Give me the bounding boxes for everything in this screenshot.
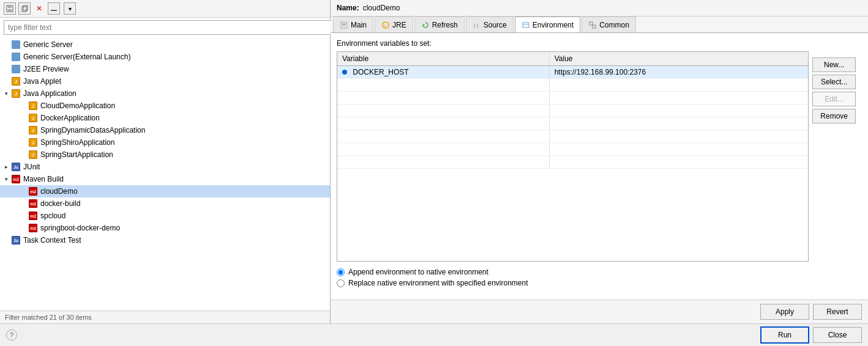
value-cell: https://192.168.99.100:2376 — [549, 66, 808, 79]
svg-rect-3 — [22, 7, 26, 12]
refresh-tab-icon — [421, 21, 430, 29]
tree-item-task-context-test[interactable]: Ju Task Context Test — [0, 234, 330, 246]
remove-button[interactable]: Remove — [812, 109, 856, 123]
env-dot-icon — [342, 70, 347, 75]
delete-button[interactable]: ✕ — [33, 2, 45, 15]
svg-rect-5 — [51, 10, 57, 11]
java-app-icon: J — [28, 150, 38, 160]
left-panel: ✕ ▾ Generic Server Generic Server(Extern… — [0, 0, 331, 323]
minimize-button[interactable] — [48, 2, 60, 15]
common-tab-icon — [588, 21, 597, 29]
tree-item-generic-server-ext[interactable]: Generic Server(External Launch) — [0, 51, 330, 63]
maven-icon: m2 — [11, 174, 21, 184]
copy-button[interactable] — [18, 2, 31, 15]
env-tab-icon — [522, 21, 530, 29]
revert-button[interactable]: Revert — [813, 304, 862, 320]
java-app-icon: J — [28, 101, 38, 111]
env-table-container: Variable Value DOCKER_HOST https://192.1… — [337, 51, 809, 262]
tree-item-spring-shiro[interactable]: J SpringShiroApplication — [0, 136, 330, 149]
tree-item-spring-start[interactable]: J SpringStartApplication — [0, 149, 330, 161]
maven-icon: m2 — [28, 186, 38, 196]
radio-append-option[interactable]: Append environment to native environment — [337, 268, 862, 276]
tab-common[interactable]: Common — [582, 17, 636, 32]
server-icon — [11, 52, 21, 62]
col-variable: Variable — [337, 52, 549, 66]
tree-item-cloud-demo[interactable]: m2 cloudDemo — [0, 185, 330, 197]
java-app-icon: J — [28, 125, 38, 135]
select-button[interactable]: Select... — [812, 75, 856, 89]
expand-arrow[interactable] — [2, 175, 10, 183]
java-app-icon: J — [11, 89, 21, 98]
save-button[interactable] — [4, 2, 16, 15]
help-icon[interactable]: ? — [6, 329, 17, 340]
server-icon — [11, 64, 21, 74]
table-row-empty-1[interactable] — [337, 79, 808, 92]
new-button[interactable]: New... — [812, 57, 856, 72]
svg-text:{ }: { } — [474, 23, 479, 28]
name-label: Name: — [337, 4, 359, 12]
applet-icon: J — [11, 76, 21, 86]
table-row-empty-4[interactable] — [337, 117, 808, 130]
tree-item-docker-build[interactable]: m2 docker-build — [0, 197, 330, 210]
tree-item-j2ee[interactable]: J2EE Preview — [0, 63, 330, 75]
table-row-empty-3[interactable] — [337, 105, 808, 117]
name-bar: Name: cloudDemo — [331, 0, 868, 17]
table-row-empty-7[interactable] — [337, 156, 808, 169]
expand-arrow[interactable] — [2, 90, 10, 97]
apply-button[interactable]: Apply — [760, 304, 809, 320]
tree-item-generic-server[interactable]: Generic Server — [0, 39, 330, 51]
env-section-label: Environment variables to set: — [337, 39, 862, 48]
window-bottom-bar: ? Run Close — [0, 323, 868, 346]
table-row-empty-6[interactable] — [337, 143, 808, 156]
junit-icon: Ju — [11, 235, 21, 245]
expand-arrow[interactable] — [2, 163, 10, 171]
tab-source[interactable]: { } Source — [466, 17, 514, 32]
radio-section: Append environment to native environment… — [337, 268, 862, 287]
tab-environment[interactable]: Environment — [515, 17, 580, 32]
tree-item-cloud-demo-app[interactable]: J CloudDemoApplication — [0, 100, 330, 112]
tab-refresh[interactable]: Refresh — [414, 17, 465, 32]
tree-item-maven-build[interactable]: m2 Maven Build — [0, 173, 330, 185]
radio-append-input[interactable] — [337, 268, 345, 276]
run-button[interactable]: Run — [760, 326, 809, 344]
tree-item-spring-dynamic[interactable]: J SpringDynamicDatasApplication — [0, 124, 330, 136]
environment-panel: Environment variables to set: Variable V… — [331, 33, 868, 300]
svg-rect-1 — [8, 9, 12, 12]
table-row[interactable]: DOCKER_HOST https://192.168.99.100:2376 — [337, 66, 808, 79]
filter-input[interactable] — [4, 20, 334, 35]
table-row-empty-5[interactable] — [337, 130, 808, 143]
tree-item-junit[interactable]: Ju JUnit — [0, 161, 330, 173]
java-app-icon: J — [28, 138, 38, 147]
radio-replace-option[interactable]: Replace native environment with specifie… — [337, 279, 862, 287]
tree-item-spcloud[interactable]: m2 spcloud — [0, 210, 330, 222]
tree-item-java-applet[interactable]: J Java Applet — [0, 75, 330, 87]
source-tab-icon: { } — [473, 21, 481, 29]
jre-tab-icon: J — [381, 21, 390, 29]
col-value: Value — [549, 52, 808, 66]
tabs-bar: Main J JRE Refresh { } Source — [331, 17, 868, 33]
maven-icon: m2 — [28, 211, 38, 221]
env-table: Variable Value DOCKER_HOST https://192.1… — [337, 52, 808, 169]
svg-text:J: J — [384, 24, 386, 28]
tab-main[interactable]: Main — [333, 17, 373, 32]
tree-item-springboot-docker-demo[interactable]: m2 springboot-docker-demo — [0, 222, 330, 234]
dropdown-button[interactable]: ▾ — [64, 2, 76, 15]
radio-replace-input[interactable] — [337, 279, 345, 287]
variable-cell: DOCKER_HOST — [337, 66, 549, 79]
tree-item-docker-app[interactable]: J DockerApplication — [0, 112, 330, 124]
svg-rect-16 — [593, 25, 596, 28]
tree-item-java-application[interactable]: J Java Application — [0, 87, 330, 100]
svg-rect-15 — [589, 22, 593, 25]
table-row-empty-2[interactable] — [337, 92, 808, 105]
svg-rect-4 — [23, 6, 28, 10]
name-value: cloudDemo — [363, 4, 400, 12]
java-app-icon: J — [28, 113, 38, 123]
close-button[interactable]: Close — [813, 327, 862, 343]
server-icon — [11, 40, 21, 50]
edit-button[interactable]: Edit... — [812, 92, 856, 106]
tree-container: Generic Server Generic Server(External L… — [0, 37, 330, 311]
env-table-area: Variable Value DOCKER_HOST https://192.1… — [337, 51, 862, 268]
apply-revert-bar: Apply Revert — [331, 300, 868, 323]
tab-jre[interactable]: J JRE — [375, 17, 413, 32]
main-tab-icon — [340, 21, 348, 29]
